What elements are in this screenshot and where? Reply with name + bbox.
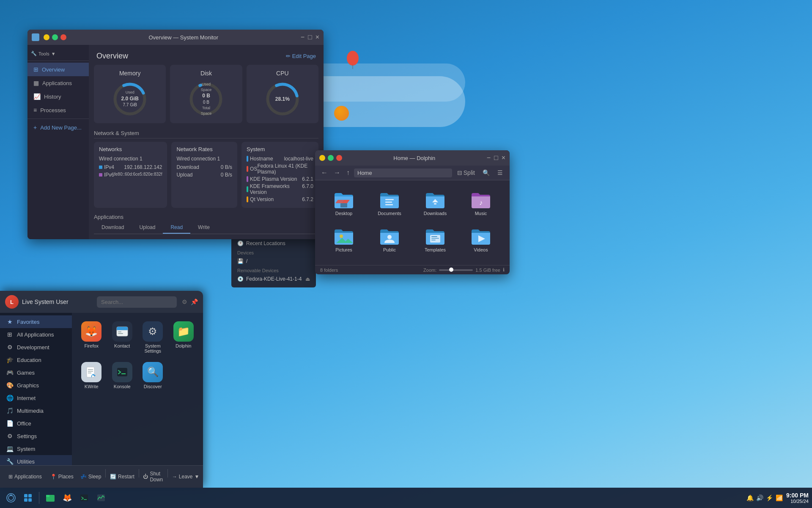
launcher-sidebar-utilities[interactable]: 🔧 Utilities bbox=[0, 455, 72, 465]
launcher-sidebar-settings[interactable]: ⚙ Settings bbox=[0, 430, 72, 442]
sysmon-titlebar: Overview — System Monitor − □ × bbox=[27, 30, 324, 45]
wifi-tray-icon[interactable]: 📶 bbox=[776, 494, 783, 501]
launcher-sidebar-internet[interactable]: 🌐 Internet bbox=[0, 392, 72, 404]
dolphin-winmax-icon[interactable]: □ bbox=[494, 154, 498, 162]
tools-button[interactable]: 🔧 Tools ▼ bbox=[31, 51, 56, 56]
music-folder-icon: ♪ bbox=[470, 190, 492, 209]
folder-downloads[interactable]: Downloads bbox=[413, 187, 457, 222]
app-firefox[interactable]: 🦊 Firefox bbox=[77, 318, 106, 357]
dolphin-close-button[interactable] bbox=[336, 155, 342, 161]
svg-rect-11 bbox=[385, 204, 393, 205]
pin-icon[interactable]: 📌 bbox=[191, 298, 198, 305]
battery-tray-icon[interactable]: ⚡ bbox=[766, 494, 773, 501]
network-tray-icon[interactable]: 🔔 bbox=[746, 494, 754, 501]
launcher-sidebar-all-apps[interactable]: ⊞ All Applications bbox=[0, 328, 72, 341]
education-icon: 🎓 bbox=[6, 356, 14, 363]
launcher-sidebar-education[interactable]: 🎓 Education bbox=[0, 353, 72, 366]
taskbar-plasma-button[interactable] bbox=[3, 490, 19, 505]
dolphin-winclose-icon[interactable]: × bbox=[502, 154, 505, 162]
folder-templates[interactable]: Templates bbox=[413, 224, 457, 258]
dolphin-minimize-button[interactable] bbox=[319, 155, 325, 161]
sleep-button[interactable]: 💤 Sleep bbox=[77, 469, 105, 484]
split-button[interactable]: ⊟ Split bbox=[455, 168, 477, 177]
zoom-control[interactable]: Zoom: 1.5 GiB free ℹ bbox=[423, 267, 505, 273]
search-button[interactable]: 🔍 bbox=[480, 168, 492, 177]
launcher-sidebar-development[interactable]: ⚙ Development bbox=[0, 341, 72, 353]
sidebar-item-add-page[interactable]: + Add New Page... bbox=[27, 121, 89, 134]
dolphin-back-button[interactable]: ← bbox=[319, 168, 329, 177]
sysmon-maximize-button[interactable] bbox=[52, 34, 58, 40]
sidebar-item-history[interactable]: 📈 History bbox=[27, 90, 89, 103]
root-device-item[interactable]: 💾 / bbox=[231, 256, 316, 266]
fedora-device-item[interactable]: 💿 Fedora-KDE-Live-41-1-4 ⏏ bbox=[231, 274, 316, 284]
svg-rect-20 bbox=[431, 238, 439, 239]
launcher-search-input[interactable] bbox=[97, 296, 177, 308]
footer-applications-button[interactable]: ⊞ Applications bbox=[5, 472, 45, 481]
taskbar-dolphin-button[interactable] bbox=[43, 490, 58, 505]
all-apps-icon: ⊞ bbox=[6, 331, 14, 338]
dolphin-up-button[interactable]: ↑ bbox=[345, 168, 351, 177]
filter-icon[interactable]: ⚙ bbox=[182, 298, 187, 305]
folder-desktop[interactable]: Desktop bbox=[322, 187, 366, 222]
app-kwrite[interactable]: KWrite bbox=[77, 359, 106, 392]
app-system-settings[interactable]: ⚙ System Settings bbox=[138, 318, 167, 357]
zoom-slider[interactable] bbox=[439, 269, 473, 271]
restart-button[interactable]: 🔄 Restart bbox=[107, 469, 138, 484]
power-icon: ⏻ bbox=[143, 474, 148, 480]
launcher-sidebar-multimedia[interactable]: 🎵 Multimedia bbox=[0, 404, 72, 417]
taskbar-konsole-button[interactable] bbox=[77, 490, 92, 505]
folder-pictures[interactable]: Pictures bbox=[322, 224, 366, 258]
app-konsole[interactable]: Konsole bbox=[108, 359, 137, 392]
taskbar-sysmon-button[interactable] bbox=[93, 490, 109, 505]
volume-tray-icon[interactable]: 🔊 bbox=[756, 494, 763, 501]
memory-title: Memory bbox=[99, 70, 161, 77]
network-section-title: Network & System bbox=[94, 128, 318, 138]
dolphin-path-bar[interactable]: Home bbox=[354, 168, 452, 177]
folder-documents[interactable]: Documents bbox=[368, 187, 411, 222]
folder-videos[interactable]: Videos bbox=[459, 224, 503, 258]
sidebar-item-processes[interactable]: ≡ Processes bbox=[27, 103, 89, 117]
sysmon-minimize-button[interactable] bbox=[44, 34, 49, 40]
app-dolphin[interactable]: 📁 Dolphin bbox=[169, 318, 198, 357]
leave-button[interactable]: → Leave ▼ bbox=[169, 469, 203, 484]
system-clock[interactable]: 9:00 PM 10/25/24 bbox=[786, 492, 809, 504]
dolphin-winmin-icon[interactable]: − bbox=[487, 154, 491, 162]
leave-icon: → bbox=[172, 474, 177, 480]
sysmon-winmax-icon[interactable]: □ bbox=[308, 33, 312, 41]
sysmon-winclose-icon[interactable]: × bbox=[315, 33, 319, 41]
tab-write[interactable]: Write bbox=[190, 222, 217, 234]
dolphin-forward-button[interactable]: → bbox=[332, 168, 342, 177]
svg-rect-6 bbox=[340, 203, 347, 207]
launcher-sidebar-graphics[interactable]: 🎨 Graphics bbox=[0, 379, 72, 392]
launcher-sidebar-games[interactable]: 🎮 Games bbox=[0, 366, 72, 379]
sidebar-separator bbox=[27, 61, 89, 61]
sysmon-close-button[interactable] bbox=[60, 34, 66, 40]
memory-card: Memory Used 2.0 GiB 7.7 GiB bbox=[94, 65, 166, 123]
taskbar-right-area: 🔔 🔊 ⚡ 📶 9:00 PM 10/25/24 bbox=[746, 492, 809, 504]
dolphin-toolbar: ← → ↑ Home ⊟ Split 🔍 ☰ bbox=[315, 166, 510, 180]
app-discover[interactable]: 🔍 Discover bbox=[138, 359, 167, 392]
folder-public[interactable]: Public bbox=[368, 224, 411, 258]
eject-icon[interactable]: ⏏ bbox=[305, 276, 310, 282]
launcher-sidebar-system[interactable]: 💻 System bbox=[0, 442, 72, 455]
menu-button[interactable]: ☰ bbox=[495, 168, 505, 177]
taskbar-files-button[interactable] bbox=[20, 490, 36, 505]
footer-places-button[interactable]: 📍 Places bbox=[47, 472, 77, 481]
sysmon-winmin-icon[interactable]: − bbox=[301, 33, 304, 41]
sysmon-body: 🔧 Tools ▼ ⊞ Overview ▦ Applications 📈 Hi… bbox=[27, 45, 324, 239]
sidebar-item-applications[interactable]: ▦ Applications bbox=[27, 76, 89, 90]
edit-page-button[interactable]: ✏ Edit Page bbox=[286, 53, 316, 59]
app-kontact[interactable]: Kontact bbox=[108, 318, 137, 357]
tab-read[interactable]: Read bbox=[163, 222, 190, 234]
tab-download[interactable]: Download bbox=[94, 222, 132, 234]
folder-music[interactable]: ♪ Music bbox=[459, 187, 503, 222]
recent-locations-item[interactable]: 🕐 Recent Locations bbox=[231, 238, 316, 248]
internet-icon: 🌐 bbox=[6, 395, 14, 401]
dolphin-maximize-button[interactable] bbox=[328, 155, 334, 161]
sidebar-item-overview[interactable]: ⊞ Overview bbox=[27, 63, 89, 76]
launcher-sidebar-office[interactable]: 📄 Office bbox=[0, 417, 72, 430]
taskbar-firefox-button[interactable]: 🦊 bbox=[60, 490, 75, 505]
shutdown-button[interactable]: ⏻ Shut Down bbox=[140, 469, 167, 484]
launcher-sidebar-favorites[interactable]: ★ Favorites bbox=[0, 315, 72, 328]
tab-upload[interactable]: Upload bbox=[132, 222, 163, 234]
